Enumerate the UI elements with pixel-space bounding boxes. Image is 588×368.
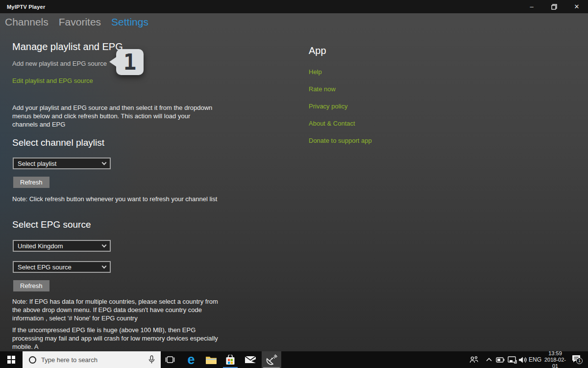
refresh-playlist-button[interactable]: Refresh: [13, 177, 49, 188]
select-channel-playlist-heading: Select channel playlist: [12, 137, 104, 148]
donate-link[interactable]: Donate to support app: [309, 137, 372, 144]
playlist-dropdown[interactable]: Select playlist: [13, 158, 111, 169]
chevron-down-icon: [102, 243, 107, 248]
people-icon: [469, 356, 479, 364]
start-button[interactable]: [0, 351, 23, 368]
close-button[interactable]: ✕: [565, 0, 588, 13]
minimize-button[interactable]: –: [520, 0, 543, 13]
microphone-icon[interactable]: [148, 355, 155, 364]
language-indicator[interactable]: ENG: [527, 351, 543, 368]
action-center-button[interactable]: 1: [568, 351, 584, 368]
select-epg-source-heading: Select EPG source: [12, 219, 91, 230]
app-section: App Help Rate now Privacy policy About &…: [309, 0, 466, 196]
edit-playlist-link[interactable]: Edit playlist and EPG source: [12, 77, 93, 85]
window-controls: – ✕: [520, 0, 588, 13]
satellite-dish-icon: [266, 354, 277, 365]
privacy-policy-link[interactable]: Privacy policy: [309, 103, 347, 110]
settings-left-column: Manage playlist and EPG Add new playlist…: [12, 0, 238, 339]
about-contact-link[interactable]: About & Contact: [309, 120, 355, 127]
windows-logo-icon: [7, 356, 15, 364]
minimize-icon: –: [530, 3, 533, 10]
annotation-badge-1: 1: [116, 49, 144, 75]
network-icon: [508, 356, 517, 364]
mail-button[interactable]: [242, 351, 259, 368]
epg-source-dropdown[interactable]: Select EPG source: [13, 261, 111, 273]
epg-country-dropdown[interactable]: United Kingdom: [13, 240, 111, 252]
chevron-up-icon: [486, 358, 492, 362]
task-view-button[interactable]: [162, 351, 178, 368]
store-button[interactable]: [221, 351, 239, 368]
file-explorer-button[interactable]: [202, 351, 220, 368]
windows-taskbar: Type here to search e: [0, 351, 588, 368]
manage-description: Add your playlist and EPG source and the…: [12, 104, 216, 129]
taskbar-search[interactable]: Type here to search: [23, 351, 161, 368]
manage-playlist-heading: Manage playlist and EPG: [12, 41, 123, 53]
search-placeholder: Type here to search: [41, 356, 148, 364]
epg-country-dropdown-value: United Kingdom: [18, 242, 63, 250]
rate-now-link[interactable]: Rate now: [309, 85, 336, 93]
refresh-epg-button[interactable]: Refresh: [13, 280, 49, 291]
task-view-icon: [165, 355, 175, 364]
store-icon: [225, 355, 236, 365]
restore-button[interactable]: [543, 0, 565, 13]
language-label: ENG: [529, 356, 541, 363]
playlist-note: Note: Click refresh button whenever you …: [12, 195, 228, 203]
epg-source-dropdown-value: Select EPG source: [18, 263, 72, 271]
speaker-icon: [518, 356, 527, 364]
chevron-down-icon: [102, 264, 107, 269]
close-icon: ✕: [574, 3, 580, 10]
battery-icon: [496, 357, 505, 363]
annotation-badge-tail: [109, 56, 117, 67]
tray-time: 13:59: [542, 350, 568, 357]
mail-icon: [245, 355, 256, 364]
annotation-badge-number: 1: [123, 52, 137, 73]
battery-button[interactable]: [494, 351, 507, 368]
playlist-dropdown-value: Select playlist: [18, 160, 56, 167]
edge-browser-button[interactable]: e: [182, 351, 200, 368]
add-playlist-link[interactable]: Add new playlist and EPG source: [12, 59, 107, 68]
help-link[interactable]: Help: [309, 68, 322, 76]
restore-icon: [551, 4, 557, 10]
myiptv-player-window: MyIPTV Player – ✕ Channels Favorites: [0, 0, 588, 351]
chevron-down-icon: [102, 160, 107, 165]
people-button[interactable]: [466, 351, 481, 368]
edge-icon: e: [187, 353, 195, 367]
file-explorer-icon: [205, 355, 217, 365]
cortana-icon: [29, 356, 36, 364]
tray-overflow-button[interactable]: [483, 351, 495, 368]
epg-note-2: If the uncompressed EPG file is huge (ab…: [12, 326, 227, 351]
tray-date: 2018-02-01: [542, 357, 568, 368]
notification-count-badge: 1: [576, 358, 583, 364]
myiptv-player-taskbar-button[interactable]: [262, 351, 281, 368]
clock[interactable]: 13:59 2018-02-01: [542, 351, 568, 368]
epg-note-1: Note: If EPG has data for multiple count…: [12, 297, 227, 322]
screen: MyIPTV Player – ✕ Channels Favorites: [0, 0, 588, 368]
app-heading: App: [309, 45, 326, 56]
